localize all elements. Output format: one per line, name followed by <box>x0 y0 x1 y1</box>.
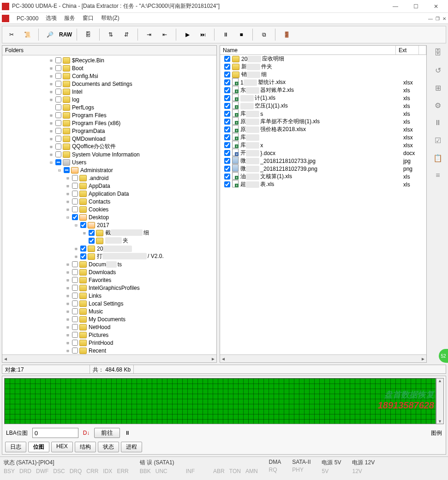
tree-row[interactable]: ⊞My Documents <box>2 315 216 323</box>
tree-checkbox[interactable] <box>80 253 86 259</box>
expander-icon[interactable]: ⊞ <box>65 207 71 212</box>
tree-checkbox[interactable] <box>55 159 61 165</box>
expander-icon[interactable]: ⊞ <box>65 309 71 314</box>
expander-icon[interactable]: ⊞ <box>48 152 54 157</box>
menu-item-1[interactable]: 服务 <box>60 15 79 21</box>
mdi-close-icon[interactable]: ✕ <box>442 16 446 21</box>
expander-icon[interactable]: ⊞ <box>65 286 71 290</box>
tree-row[interactable]: ⊞Config.Msi <box>2 72 216 80</box>
tree-checkbox[interactable] <box>72 300 78 306</box>
tree-row[interactable]: ⊞NetHood <box>2 323 216 331</box>
expander-icon[interactable]: ⊞ <box>73 254 79 259</box>
expander-icon[interactable]: ⊞ <box>48 82 54 86</box>
play-icon[interactable]: ▶ <box>181 28 194 41</box>
tree-checkbox[interactable] <box>72 191 78 197</box>
tree-row[interactable]: ⊞log <box>2 96 216 103</box>
lba-input[interactable] <box>32 428 78 438</box>
file-row[interactable]: __空压(1)(1).xlsxls <box>220 102 426 110</box>
tree-checkbox[interactable] <box>55 57 61 63</box>
col-name[interactable]: Name <box>220 46 396 54</box>
file-checkbox[interactable] <box>224 79 230 85</box>
file-checkbox[interactable] <box>224 64 230 70</box>
expander-icon[interactable]: ⊞ <box>65 325 71 330</box>
exit-icon[interactable]: 🚪 <box>280 28 293 41</box>
tree-checkbox[interactable] <box>72 206 78 212</box>
file-checkbox[interactable] <box>224 87 230 93</box>
file-row[interactable]: 微___20181218102739.pngpng <box>220 165 426 173</box>
tree-checkbox[interactable] <box>72 340 78 346</box>
legend-label[interactable]: 图例 <box>431 429 442 437</box>
file-row[interactable]: 库__xlsx <box>220 133 426 141</box>
tree-row[interactable]: ⊞PrintHood <box>2 339 216 347</box>
tree-checkbox[interactable] <box>55 151 61 157</box>
file-checkbox[interactable] <box>224 95 230 101</box>
tree-row[interactable]: ⊞20_______ <box>2 245 216 252</box>
file-checkbox[interactable] <box>224 111 230 117</box>
file-checkbox[interactable] <box>224 150 230 156</box>
tree-checkbox[interactable] <box>72 198 78 204</box>
expander-icon[interactable]: ⊞ <box>73 246 79 251</box>
tree-checkbox[interactable] <box>72 175 78 181</box>
tools-icon[interactable]: ✂ <box>5 28 18 41</box>
tree-row[interactable]: ⊟Desktop <box>2 213 216 221</box>
expander-icon[interactable]: ⊞ <box>48 66 54 71</box>
close-button[interactable]: ✕ <box>426 0 446 13</box>
tree-row[interactable]: ⊟Users <box>2 158 216 166</box>
reset-icon[interactable]: ↺ <box>432 65 443 76</box>
tree-row[interactable]: ⊞Links <box>2 292 216 300</box>
tree-row[interactable]: ⊞Documents and Settings <box>2 80 216 88</box>
cfg-icon[interactable]: ≡ <box>432 170 443 181</box>
expander-icon[interactable]: ⊞ <box>48 144 54 149</box>
clip-icon[interactable]: 📋 <box>432 152 443 163</box>
tree-checkbox[interactable] <box>55 89 61 95</box>
file-row[interactable]: 超__表.xlsxls <box>220 180 426 188</box>
expander-icon[interactable]: ⊞ <box>65 341 71 345</box>
tree-row[interactable]: ⊞Local Settings <box>2 300 216 307</box>
go-button[interactable]: 前往 <box>94 428 120 438</box>
maximize-button[interactable]: ☐ <box>406 0 426 13</box>
tab-结构[interactable]: 结构 <box>75 442 96 452</box>
expander-icon[interactable]: ⊞ <box>65 184 71 188</box>
file-row[interactable]: 库__sxls <box>220 110 426 118</box>
tree-row[interactable]: ⊞IntelGraphicsProfiles <box>2 284 216 292</box>
mdi-minimize-icon[interactable]: — <box>428 16 433 21</box>
tree-row[interactable]: ⊞Contacts <box>2 198 216 205</box>
tree-checkbox[interactable] <box>89 230 95 236</box>
tree-row[interactable]: ⊞System Volume Information <box>2 150 216 158</box>
tree-checkbox[interactable] <box>55 112 61 118</box>
tree-row[interactable]: ⊞Cookies <box>2 205 216 213</box>
tree-checkbox[interactable] <box>55 73 61 79</box>
tree-row[interactable]: ___夹 <box>2 237 216 245</box>
pause2-icon[interactable]: ⏸ <box>125 430 130 436</box>
hscrollbar[interactable]: ◄► <box>2 354 216 362</box>
tree-row[interactable]: PerfLogs <box>2 103 216 111</box>
expander-icon[interactable]: ⊞ <box>48 97 54 102</box>
serv-icon[interactable]: ⚙ <box>432 100 443 111</box>
tree-checkbox[interactable] <box>80 222 86 228</box>
file-row[interactable]: 开__}.docxdocx <box>220 149 426 157</box>
tree-checkbox[interactable] <box>72 269 78 275</box>
step-icon[interactable]: ⏭ <box>197 28 209 41</box>
file-checkbox[interactable] <box>224 119 230 125</box>
file-checkbox[interactable] <box>224 174 230 180</box>
expander-icon[interactable]: ⊞ <box>48 113 54 118</box>
tree-row[interactable]: ⊞Pictures <box>2 331 216 339</box>
file-checkbox[interactable] <box>224 126 230 132</box>
file-row[interactable]: 销__细 <box>220 71 426 78</box>
expander-icon[interactable]: ⊞ <box>48 58 54 63</box>
tree-row[interactable]: ⊟2017 <box>2 221 216 229</box>
tab-位图[interactable]: 位图 <box>28 442 49 452</box>
expander-icon[interactable]: ⊞ <box>48 137 54 141</box>
file-row[interactable]: 原__强价格表2018.xlsxxlsx <box>220 126 426 133</box>
expander-icon[interactable]: ⊞ <box>82 231 87 235</box>
tree-row[interactable]: ⊞QMDownload <box>2 135 216 143</box>
step-icon[interactable]: D↓ <box>83 430 90 436</box>
track-vscroll[interactable]: ▲▼ <box>436 378 444 424</box>
expander-icon[interactable]: ⊞ <box>65 278 71 282</box>
scan-icon[interactable]: ⊞ <box>432 82 443 93</box>
expander-icon[interactable]: ⊞ <box>48 90 54 94</box>
expander-icon[interactable]: ⊞ <box>65 270 71 275</box>
tree-row[interactable]: ⊞Program Files <box>2 111 216 119</box>
tab-HEX[interactable]: HEX <box>51 442 73 452</box>
file-row[interactable]: 20__应收明细 <box>220 55 426 63</box>
